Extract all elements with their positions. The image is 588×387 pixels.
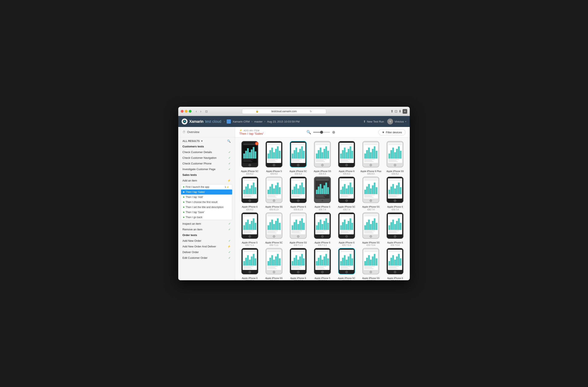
all-results-header[interactable]: ALL RESULTS ▾ xyxy=(183,140,202,143)
device-name: Apple iPhone 6 xyxy=(242,277,258,280)
svg-point-1 xyxy=(184,121,185,122)
device-os: iOS 7.4 xyxy=(367,208,374,211)
device-os: iOS 8.3 xyxy=(295,173,302,175)
device-os: iOS 8.3 xyxy=(319,173,326,175)
device-card[interactable]: Apple iPhone 5S iOS 8.1.3 xyxy=(263,177,285,211)
device-card[interactable]: Apple iPhone 5S iOS 8.3 xyxy=(311,141,334,175)
forward-button[interactable]: › xyxy=(199,109,202,114)
device-card[interactable]: Apple iPhone 6 iOS 8.3 xyxy=(336,141,358,175)
device-name: Apple iPhone 6 xyxy=(291,277,306,280)
orders-section-label: Order tests xyxy=(183,234,197,237)
step-tap-sales[interactable]: Then I tap 'Sales' xyxy=(181,190,232,194)
breadcrumb-branch[interactable]: master xyxy=(254,120,263,123)
zoom-handle[interactable] xyxy=(320,131,323,134)
device-card[interactable]: Apple iPhone 6 Plus iOS 8.3 xyxy=(360,141,382,175)
sidebar-item-inspect-an-item[interactable]: Inspect an item ✓ xyxy=(178,221,235,227)
sidebar-item-add-new-order[interactable]: Add New Order ✓ xyxy=(178,238,235,244)
step-launch-app[interactable]: First I launch the app 1 ⚡ xyxy=(181,184,232,190)
error-badge: ⚡ xyxy=(255,142,258,145)
zoom-out-button[interactable]: 🔍 xyxy=(306,130,311,134)
window-view-button[interactable]: ⊡ xyxy=(204,109,209,113)
device-card[interactable]: Apple iPhone 6 iOS 7.0.4 xyxy=(238,248,261,280)
step-dot xyxy=(183,201,184,203)
sidebar-item-edit-customer-order[interactable]: Edit Customer Order ✓ xyxy=(178,255,235,261)
fullscreen-toggle[interactable]: ⊡ xyxy=(395,109,397,114)
device-os: iOS 7.0.4 xyxy=(245,280,254,280)
device-card[interactable]: Apple iPhone 5S iOS 8.2 xyxy=(384,141,406,175)
new-test-button[interactable]: ⬆ New Test Run xyxy=(363,120,384,123)
device-card[interactable]: Apple iPhone 6 iOS 7.0.4 xyxy=(384,248,406,280)
item-label: Remove an item xyxy=(183,228,202,231)
step-tap-add[interactable]: Then I tap 'Add' xyxy=(181,194,232,200)
step-choose-first-result[interactable]: Then I choose the first result xyxy=(181,200,232,205)
sidebar-item-add-an-item[interactable]: Add an item ⚡ xyxy=(178,178,235,183)
device-phone xyxy=(265,141,283,169)
minimize-button[interactable] xyxy=(185,110,188,113)
share-button[interactable]: ⬆ xyxy=(391,109,393,114)
phone-body xyxy=(314,141,331,167)
phone-body xyxy=(338,141,355,167)
device-card[interactable]: Apple iPhone 5 iOS 8.3 xyxy=(263,141,285,175)
device-card[interactable]: Apple iPhone 6 iOS 7.0.4 xyxy=(384,213,406,246)
sidebar-overview[interactable]: ⏱ Overview xyxy=(178,127,235,137)
device-phone: ⚡ xyxy=(240,141,259,169)
sidebar-item-check-customer-phone[interactable]: Check Customer Phone ✓ xyxy=(178,161,235,166)
sidebar-item-remove-an-item[interactable]: Remove an item ✓ xyxy=(178,227,235,232)
upload-icon: ⬆ xyxy=(363,120,366,123)
device-card[interactable]: Apple iPhone 5S iOS 7.0.4 xyxy=(360,248,382,280)
device-card[interactable]: Apple iPhone 6 iOS 7.4 xyxy=(384,177,406,211)
refresh-icon[interactable]: ↻ xyxy=(298,110,324,113)
device-card[interactable]: Apple iPhone 5S iOS 7.4 xyxy=(360,177,382,211)
device-card[interactable]: Apple iPhone 5C iOS 7.4 xyxy=(336,177,358,211)
search-icon[interactable]: 🔍 xyxy=(227,139,231,143)
lightning-icon: ⚡ xyxy=(239,129,242,132)
device-card[interactable]: Apple iPhone 6 iOS 7.1.1 xyxy=(311,213,334,246)
device-card[interactable]: Apple iPhone 6 iOS 8.1.3 xyxy=(287,177,309,211)
breadcrumb-app[interactable]: Xamarin CRM xyxy=(232,120,250,123)
device-os: iOS 7.1.1 xyxy=(245,244,254,246)
sidebar-item-deliver-order[interactable]: Deliver Order ✓ xyxy=(178,249,235,255)
device-card[interactable]: Apple iPhone 6 iOS 7.0.4 xyxy=(287,248,309,280)
back-button[interactable]: ‹ xyxy=(195,109,198,114)
device-name: Apple iPhone 5 xyxy=(242,241,258,244)
breadcrumb-timestamp[interactable]: Aug 23, 2015 10:03:59 PM xyxy=(267,120,300,123)
fail-icon: ⚡ xyxy=(227,245,231,248)
device-card[interactable]: Apple iPhone 5S iOS 7.1.1 xyxy=(287,213,309,246)
device-card[interactable]: Apple iPhone 6 iOS 8.2 xyxy=(238,177,261,211)
step-dot xyxy=(183,212,184,213)
step-set-title-description[interactable]: Then I set the title and description xyxy=(181,205,232,210)
device-card[interactable]: Apple iPhone 5C iOS 7.0.4 xyxy=(336,248,358,280)
fullscreen-button[interactable] xyxy=(189,110,191,113)
download-button[interactable]: ⬇ xyxy=(399,109,401,114)
zoom-in-button[interactable]: ⊕ xyxy=(332,130,335,134)
zoom-slider[interactable] xyxy=(313,132,330,133)
device-card[interactable]: Apple iPhone 5 iOS 7.0.4 xyxy=(311,248,334,280)
device-card[interactable]: Apple iPhone 5C iOS 7.1.1 xyxy=(263,213,285,246)
device-os: iOS 8.1.3 xyxy=(294,208,303,211)
item-label: Check Customer Details xyxy=(183,150,212,154)
device-name: Apple iPhone 6 xyxy=(291,205,306,208)
sidebar-item-check-customer-navigation[interactable]: Check Customer Navigation ✓ xyxy=(178,155,235,161)
step-go-back[interactable]: Then I go back xyxy=(181,215,232,220)
new-tab-button[interactable]: + xyxy=(403,109,407,114)
content-current-step: Then I tap 'Sales' xyxy=(239,132,263,135)
device-card[interactable]: Apple iPhone 5S iOS 7.0.4 xyxy=(360,213,382,246)
address-bar[interactable]: 🔒 testcloud.xamarin.com ↻ xyxy=(242,109,326,114)
device-card[interactable]: Apple iPhone 5 iOS 7.4 xyxy=(311,177,334,211)
device-card[interactable]: Apple iPhone 5C iOS 8.3 xyxy=(287,141,309,175)
device-card[interactable]: Apple iPhone 5 iOS 7.1.1 xyxy=(238,213,261,246)
device-card[interactable]: ⚡ Apple iPhone 5C iOS 8.2 xyxy=(238,141,261,175)
device-os: iOS 7.4 xyxy=(343,208,350,211)
user-area[interactable]: V Vinicius ▾ xyxy=(387,119,406,125)
sidebar-item-check-customer-details[interactable]: Check Customer Details ✓ xyxy=(178,149,235,155)
breadcrumb-sep-1: › xyxy=(224,120,225,123)
device-card[interactable]: Apple iPhone 6 iOS 7.0.4 xyxy=(336,213,358,246)
close-button[interactable] xyxy=(181,110,184,113)
step-tap-save[interactable]: Then I tap 'Save' xyxy=(181,210,232,215)
device-os: iOS 7.0.4 xyxy=(342,280,351,280)
phone-screen xyxy=(291,143,305,163)
sidebar-item-add-new-order-deliver[interactable]: Add New Order And Deliver ⚡ xyxy=(178,244,235,249)
sidebar-item-investigate-customer-page[interactable]: Investigate Customer Page ✓ xyxy=(178,166,235,172)
filter-devices-button[interactable]: ▼ Filter devices xyxy=(378,129,405,135)
device-card[interactable]: Apple iPhone 5S iOS 7.0.4 xyxy=(263,248,285,280)
